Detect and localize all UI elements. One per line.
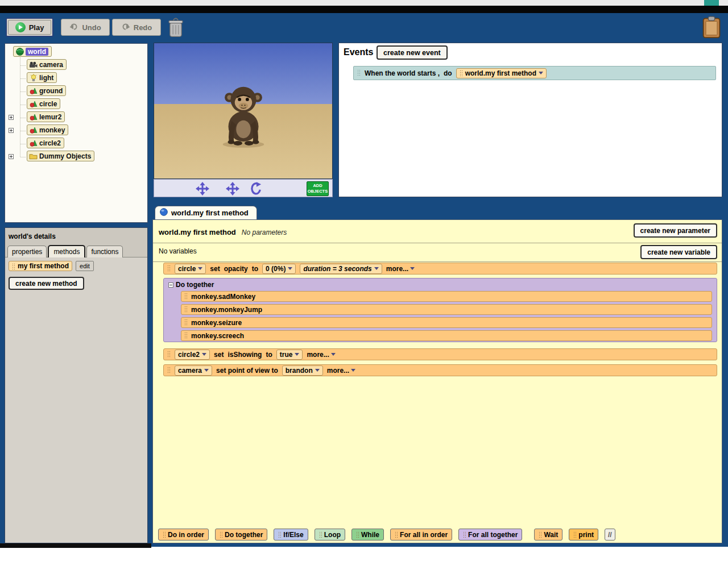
statement-monkey-seizure[interactable]: monkey.seizure xyxy=(181,317,712,328)
value-dropdown-isshowing[interactable]: true xyxy=(276,350,303,360)
more-dropdown[interactable]: more... xyxy=(386,265,415,273)
tile-grip xyxy=(463,531,466,538)
tile-loop[interactable]: Loop xyxy=(315,529,345,541)
statement-camera-set-pov[interactable]: camera set point of view to brandon more… xyxy=(163,364,717,376)
create-new-method-button[interactable]: create new method xyxy=(9,277,84,290)
statement-drag-handle[interactable] xyxy=(184,293,188,300)
tab-properties[interactable]: properties xyxy=(7,246,47,257)
chevron-down-icon xyxy=(295,353,299,356)
object-tree-panel: world camera light ground xyxy=(5,43,148,223)
tab-functions[interactable]: functions xyxy=(86,246,123,257)
tree-connector-line xyxy=(20,131,26,131)
tree-item-dummy-objects[interactable]: Dummy Objects xyxy=(27,151,94,161)
property-isshowing: isShowing xyxy=(228,351,262,359)
statement-drag-handle[interactable] xyxy=(167,351,171,358)
window-top-strip xyxy=(0,0,728,6)
object-dropdown-camera[interactable]: camera xyxy=(175,365,212,376)
clipboard-button[interactable] xyxy=(702,16,721,39)
events-title: Events xyxy=(344,47,373,57)
expand-toggle-dummy-objects[interactable] xyxy=(9,154,14,159)
method-tile-grip xyxy=(460,70,463,76)
statement-circle2-set-isshowing[interactable]: circle2 set isShowing to true more... xyxy=(163,348,717,360)
value-dropdown-pov[interactable]: brandon xyxy=(282,365,323,376)
tree-item-camera[interactable]: camera xyxy=(27,59,67,70)
chevron-down-icon xyxy=(202,353,206,356)
event-method-dropdown[interactable]: world.my first method xyxy=(456,68,547,78)
more-dropdown[interactable]: more... xyxy=(307,351,335,359)
camera-pan-control[interactable] xyxy=(225,181,240,196)
statement-drag-handle[interactable] xyxy=(184,319,188,326)
statement-circle-set-opacity[interactable]: circle set opacity to 0 (0%) duration = … xyxy=(163,263,717,275)
undo-button-label: Undo xyxy=(82,23,101,32)
object-dropdown-label: camera xyxy=(178,367,202,375)
tile-for-all-together[interactable]: For all together xyxy=(458,529,522,541)
trash-icon xyxy=(168,30,184,40)
chevron-down-icon xyxy=(351,369,355,372)
add-objects-button[interactable]: ADD OBJECTS xyxy=(307,181,329,196)
tree-item-label: ground xyxy=(39,87,63,95)
object-dropdown-circle2[interactable]: circle2 xyxy=(175,350,210,360)
create-new-parameter-button[interactable]: create new parameter xyxy=(634,223,717,238)
tile-while[interactable]: While xyxy=(351,529,384,541)
tree-item-lemur2[interactable]: lemur2 xyxy=(27,111,65,122)
no-parameters-label: No parameters xyxy=(242,228,287,236)
camera-move-control[interactable] xyxy=(195,181,210,196)
statement-monkey-monkeyjump[interactable]: monkey.monkeyJump xyxy=(181,304,712,315)
scene-viewport[interactable] xyxy=(154,43,333,179)
undo-button[interactable]: Undo xyxy=(61,19,110,36)
tree-item-monkey[interactable]: monkey xyxy=(27,124,68,135)
tree-item-label: circle2 xyxy=(39,139,61,147)
tile-print[interactable]: print xyxy=(569,529,598,541)
statement-drag-handle[interactable] xyxy=(167,367,171,374)
tile-comment[interactable]: // xyxy=(605,529,615,541)
lightbulb-icon xyxy=(29,74,38,81)
duration-dropdown-label: duration = 3 seconds xyxy=(303,265,371,273)
method-tile-my-first-method[interactable]: my first method xyxy=(9,261,72,271)
method-editor: world.my first method No parameters crea… xyxy=(152,219,722,543)
tree-item-light[interactable]: light xyxy=(27,72,57,83)
duration-dropdown[interactable]: duration = 3 seconds xyxy=(300,264,382,274)
create-new-variable-button[interactable]: create new variable xyxy=(640,245,717,259)
tile-wait[interactable]: Wait xyxy=(534,529,562,541)
create-new-event-button[interactable]: create new event xyxy=(377,45,448,60)
editor-tab-label: world.my first method xyxy=(171,209,249,217)
camera-icon xyxy=(29,61,38,68)
play-icon xyxy=(15,22,26,32)
statement-drag-handle[interactable] xyxy=(167,265,171,272)
camera-rotate-control[interactable] xyxy=(250,181,262,196)
event-when-world-starts[interactable]: When the world starts , do world.my firs… xyxy=(353,66,716,80)
statement-monkey-sadmonkey[interactable]: monkey.sadMonkey xyxy=(181,291,712,302)
collapse-toggle[interactable] xyxy=(168,282,173,288)
tile-if-else[interactable]: If/Else xyxy=(274,529,308,541)
expand-toggle-monkey[interactable] xyxy=(9,128,14,133)
monkey-figure xyxy=(213,76,274,149)
object-icon xyxy=(29,126,38,134)
tile-for-all-in-order[interactable]: For all in order xyxy=(390,529,452,541)
tab-methods[interactable]: methods xyxy=(48,245,85,257)
edit-method-button[interactable]: edit xyxy=(76,261,94,271)
tree-item-circle[interactable]: circle xyxy=(27,98,60,109)
tree-item-label: circle xyxy=(39,100,57,108)
object-dropdown-circle[interactable]: circle xyxy=(175,264,206,274)
chevron-down-icon xyxy=(198,267,202,270)
tree-item-ground[interactable]: ground xyxy=(27,85,66,96)
tree-item-circle2[interactable]: circle2 xyxy=(27,138,64,148)
tile-do-together[interactable]: Do together xyxy=(215,529,267,541)
trash-button[interactable] xyxy=(168,18,184,38)
statement-drag-handle[interactable] xyxy=(184,306,188,313)
statement-monkey-screech[interactable]: monkey.screech xyxy=(181,330,712,341)
editor-tab-world-my-first-method[interactable]: world.my first method xyxy=(155,206,257,219)
statement-drag-handle[interactable] xyxy=(184,332,188,339)
object-dropdown-label: circle2 xyxy=(178,351,200,359)
redo-button[interactable]: Redo xyxy=(112,19,161,36)
play-button[interactable]: Play xyxy=(8,20,51,35)
value-dropdown-opacity[interactable]: 0 (0%) xyxy=(262,264,296,274)
event-drag-handle[interactable] xyxy=(357,69,361,77)
tile-do-in-order[interactable]: Do in order xyxy=(158,529,209,541)
do-together-block[interactable]: Do together monkey.sadMonkey monkey.monk… xyxy=(163,278,717,342)
more-dropdown[interactable]: more... xyxy=(327,367,355,375)
tree-item-world[interactable]: world xyxy=(13,46,52,57)
expand-toggle-lemur2[interactable] xyxy=(9,115,14,120)
tile-grip xyxy=(319,531,322,538)
tile-label: While xyxy=(361,531,379,539)
